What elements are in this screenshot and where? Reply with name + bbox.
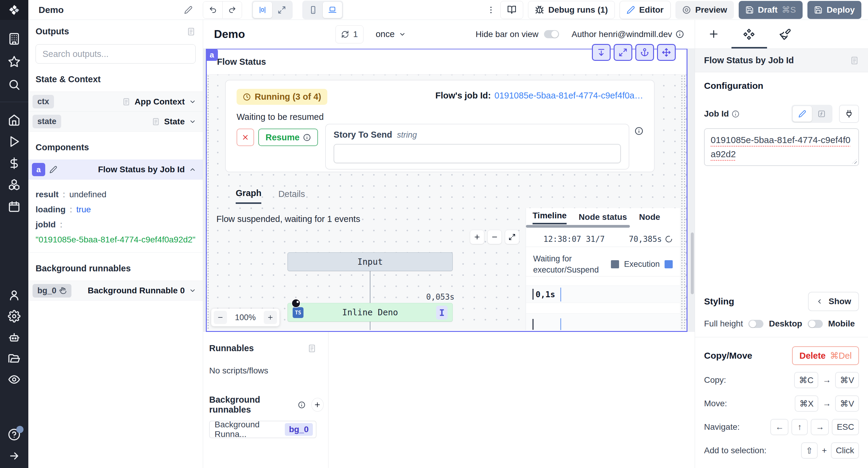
- resume-button[interactable]: Resume: [258, 129, 318, 146]
- tab-timeline[interactable]: Timeline: [532, 211, 567, 224]
- bg-runnables-info-icon[interactable]: [298, 401, 305, 409]
- variables-icon[interactable]: [8, 157, 21, 170]
- editor-button[interactable]: Editor: [620, 1, 671, 19]
- canvas-scrollbar[interactable]: [691, 233, 694, 294]
- resize-rail-right[interactable]: [681, 75, 687, 330]
- tab-node[interactable]: Node: [639, 212, 660, 224]
- delete-component-button[interactable]: Delete⌘Del: [792, 346, 859, 365]
- timeline-row-duration: 0,1s: [535, 290, 555, 299]
- timeline-start-tick: [532, 319, 533, 330]
- debug-runs-button[interactable]: Debug runs (1): [528, 1, 615, 19]
- redo-button[interactable]: [222, 1, 242, 19]
- add-bg-runnable-button[interactable]: [311, 398, 324, 412]
- author-label: Author henri@windmill.dev: [572, 30, 672, 39]
- styling-show-button[interactable]: Show: [808, 292, 859, 311]
- draft-label: Draft: [758, 5, 778, 15]
- job-id-textarea[interactable]: 0191085e-5baa-81ef-4774-c9ef4f0a92d2: [704, 128, 859, 166]
- search-icon[interactable]: [8, 78, 21, 91]
- mobile-view-button[interactable]: [304, 2, 323, 18]
- copy-shortcut-row: Copy: ⌘C→⌘V: [704, 372, 859, 389]
- insert-tab-plus-icon[interactable]: [708, 28, 719, 40]
- flow-job-id-link[interactable]: 0191085e-5baa-81ef-4774-c9ef4f0a…: [495, 91, 643, 100]
- runnables-doc-icon[interactable]: [307, 344, 316, 353]
- hide-bar-toggle[interactable]: [544, 30, 559, 38]
- dock-bottom-button[interactable]: [592, 44, 611, 61]
- full-height-toggle[interactable]: [748, 320, 764, 328]
- schedules-icon[interactable]: [8, 200, 21, 213]
- docs-book-button[interactable]: [500, 1, 523, 19]
- collapse-arrow-icon[interactable]: [8, 450, 20, 462]
- rename-pencil-icon[interactable]: [184, 6, 193, 14]
- refresh-interval-dropdown[interactable]: once: [375, 29, 406, 39]
- graph-node-input[interactable]: Input: [287, 253, 453, 271]
- bg0-row[interactable]: bg_0 Background Runnable 0: [28, 281, 203, 301]
- selected-component[interactable]: a Flow Status: [206, 49, 687, 332]
- move-component-button[interactable]: [657, 44, 676, 61]
- tab-details[interactable]: Details: [278, 188, 305, 204]
- resources-icon[interactable]: [8, 178, 21, 191]
- windmill-logo[interactable]: [0, 0, 28, 20]
- expand-component-button[interactable]: [614, 44, 632, 61]
- story-textarea[interactable]: [334, 144, 621, 163]
- desktop-view-button[interactable]: [323, 2, 342, 18]
- component-edit-pencil-icon[interactable]: [50, 166, 57, 173]
- mobile-label: Mobile: [828, 319, 855, 329]
- full-width-button[interactable]: [272, 2, 291, 18]
- resize-rail-left[interactable]: [207, 75, 210, 330]
- payload-info-icon[interactable]: [635, 127, 643, 135]
- static-input-pencil-button[interactable]: [793, 106, 812, 122]
- home-icon[interactable]: [8, 113, 21, 126]
- ctx-row[interactable]: ctx App Context: [28, 92, 203, 112]
- app-canvas[interactable]: a Flow Status: [203, 49, 695, 332]
- outputs-doc-icon[interactable]: [187, 27, 195, 36]
- zoom-in-button[interactable]: [264, 311, 277, 324]
- eval-input-fx-button[interactable]: [812, 106, 831, 122]
- deploy-button[interactable]: Deploy: [807, 1, 861, 19]
- ctx-badge: ctx: [33, 95, 54, 108]
- graph-node-inline-deno[interactable]: TS Inline Deno I: [287, 303, 453, 322]
- anchor-component-button[interactable]: [635, 44, 654, 61]
- zoom-out-button[interactable]: [214, 311, 227, 324]
- favorites-icon[interactable]: [8, 56, 21, 68]
- connect-input-plug-button[interactable]: [839, 105, 859, 123]
- graph-zoom-out-button[interactable]: [487, 230, 502, 244]
- undo-button[interactable]: [203, 1, 222, 19]
- component-a-row[interactable]: a Flow Status by Job Id: [28, 160, 203, 179]
- audit-eye-icon[interactable]: [8, 373, 21, 386]
- resume-label: Resume: [266, 133, 300, 142]
- bg-runnable-item[interactable]: Background Runna... bg_0: [209, 421, 316, 438]
- cancel-button[interactable]: [237, 129, 254, 146]
- flow-graph[interactable]: Flow suspended, waiting for 1 events Inp…: [215, 208, 526, 330]
- draft-button[interactable]: Draft⌘S: [739, 1, 803, 19]
- css-tab-brush-icon[interactable]: [779, 28, 791, 40]
- workers-robot-icon[interactable]: [8, 331, 21, 344]
- settings-tab-component-icon[interactable]: [743, 28, 755, 40]
- search-outputs-input[interactable]: [36, 44, 195, 64]
- help-icon[interactable]: [8, 428, 21, 441]
- tab-node-status[interactable]: Node status: [579, 212, 627, 224]
- author-info-icon[interactable]: [676, 30, 684, 38]
- centered-layout-button[interactable]: [253, 2, 272, 18]
- settings-doc-icon[interactable]: [850, 56, 859, 65]
- state-row[interactable]: state State: [28, 112, 203, 132]
- folders-icon[interactable]: [8, 352, 21, 365]
- timeline-scrollbar[interactable]: [526, 225, 630, 228]
- arrow-separator: →: [823, 375, 831, 385]
- settings-gear-icon[interactable]: [8, 310, 21, 323]
- kebab-menu-icon[interactable]: [487, 5, 495, 14]
- refresh-counter[interactable]: 1: [336, 25, 364, 43]
- desktop-toggle[interactable]: [808, 320, 823, 328]
- graph-edge: [370, 322, 370, 330]
- graph-fit-button[interactable]: [505, 230, 519, 244]
- users-icon[interactable]: [8, 289, 21, 301]
- job-id-info-icon[interactable]: [732, 110, 739, 118]
- workspace-icon[interactable]: [8, 33, 21, 45]
- deno-logo-icon: [291, 299, 301, 308]
- runs-icon[interactable]: [8, 135, 21, 148]
- tab-graph[interactable]: Graph: [236, 188, 261, 204]
- ctx-label: App Context: [135, 97, 185, 107]
- preview-button[interactable]: Preview: [675, 1, 734, 19]
- show-label: Show: [829, 297, 851, 306]
- input-mode-toggle: [792, 105, 832, 123]
- graph-zoom-in-button[interactable]: [470, 230, 484, 244]
